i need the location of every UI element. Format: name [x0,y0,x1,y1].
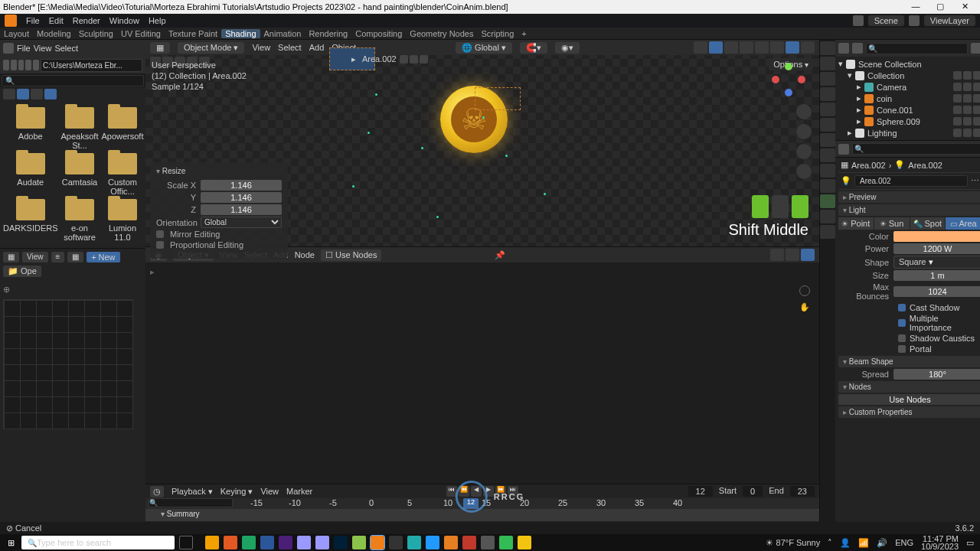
tab-scripting[interactable]: Scripting [477,29,518,38]
menu-render[interactable]: Render [68,16,105,25]
tab-animation[interactable]: Animation [260,29,305,38]
scalex-value[interactable]: 1.146 [201,180,282,191]
tab-data-icon[interactable] [820,194,835,208]
taskbar-search[interactable]: 🔍 Type here to search [21,536,175,549]
app-settings-icon[interactable] [205,536,219,549]
proportional-check[interactable]: Proportional Editing [156,240,248,249]
tab-sculpting[interactable]: Sculpting [75,29,117,38]
fb-menu-select[interactable]: Select [54,44,78,53]
size-value[interactable]: 1 m [893,270,980,281]
minimize-button[interactable]: — [906,2,925,12]
light-type-spot[interactable]: 🔦 Spot [910,217,946,230]
tab-material-icon[interactable] [820,210,835,223]
app-word-icon[interactable] [260,536,274,549]
fb-menu-file[interactable]: File [17,44,31,53]
app-explorer-icon[interactable] [389,536,403,549]
app-generic6-icon[interactable] [499,536,513,549]
current-frame[interactable]: 12 [688,486,713,497]
forward-icon[interactable] [11,60,17,70]
outliner-search[interactable] [866,43,968,54]
datablock-name[interactable]: Area.002 [854,175,968,187]
app-generic5-icon[interactable] [481,536,495,549]
img-editor-icon[interactable]: ▦ [3,252,19,262]
panel-title[interactable]: Resize [156,167,282,178]
timeline-editor-icon[interactable]: ◷ [150,486,164,497]
multimp-check[interactable] [898,319,906,327]
tab-constraint-icon[interactable] [820,179,835,193]
display-thumb-icon[interactable] [17,89,29,99]
tray-chevron-icon[interactable]: ˄ [828,538,832,548]
newfolder-icon[interactable] [33,60,39,70]
img-open-btn[interactable]: 📁 Ope [3,266,41,277]
folder-item[interactable]: Audate [3,153,58,196]
end-frame[interactable]: 23 [790,486,815,497]
weather-widget[interactable]: ☀87°F Sunny [766,538,821,548]
area-light-widget[interactable] [475,87,521,110]
image-editor-canvas[interactable] [3,299,133,429]
outliner-filter-btn[interactable] [971,43,980,54]
refresh-icon[interactable] [25,60,31,70]
app-generic7-icon[interactable] [518,536,531,549]
tl-marker[interactable]: Marker [286,487,312,496]
app-aftereffects-icon[interactable] [315,536,329,549]
snap-shader-icon[interactable] [786,249,799,261]
img-menu-more[interactable]: ≡ [51,252,65,262]
shade-matprev-icon[interactable] [770,41,784,54]
transform-orientation[interactable]: 🌐 Global ▾ [456,42,512,54]
tab-scene-icon[interactable] [820,87,835,101]
mirror-check[interactable]: Mirror Editing [156,230,224,239]
light-type-area[interactable]: ▭ Area [946,217,980,230]
light-type-sun[interactable]: ☀ Sun [874,217,910,230]
xray-icon[interactable] [724,41,738,54]
tray-volume-icon[interactable]: 🔊 [877,538,887,548]
sh-menu-node[interactable]: Node [295,250,315,259]
filter-icon[interactable] [44,89,57,99]
tab-modeling[interactable]: Modeling [33,29,75,38]
sec-beam[interactable]: Beam Shape [838,356,980,367]
gizmo-icon[interactable] [694,41,707,54]
camera-view-icon[interactable] [796,144,812,159]
sec-custom[interactable]: Custom Properties [838,406,980,418]
app-cortana-icon[interactable] [224,536,237,549]
app-generic2-icon[interactable] [407,536,421,549]
shader-node-area[interactable]: ▸ ✋ [145,262,819,484]
app-chrome-icon[interactable] [242,536,256,549]
orientation-select[interactable]: Global [201,217,282,228]
maxb-value[interactable]: 1024 [893,286,980,297]
color-value[interactable] [893,231,980,242]
folder-item[interactable]: Apowersoft [101,107,143,150]
outliner-item[interactable]: Area.002 [362,54,397,64]
props-search[interactable] [852,143,980,155]
persp-ortho-icon[interactable] [796,164,812,179]
maximize-button[interactable]: ▢ [931,2,949,12]
sec-nodes[interactable]: Nodes [838,381,980,393]
tab-shading[interactable]: Shading [221,29,260,38]
app-generic-icon[interactable] [352,536,366,549]
overlay-toggle[interactable] [770,249,784,261]
outliner-editor-icon[interactable] [838,43,849,54]
zoom-icon[interactable] [796,104,812,119]
outliner-item[interactable]: Sphere.009 [877,117,920,126]
app-premiere-icon[interactable] [297,536,311,549]
outliner-root[interactable]: Scene Collection [858,60,922,69]
caustics-check[interactable] [898,334,906,342]
outliner-item[interactable]: Camera [877,83,906,92]
tab-world-icon[interactable] [820,103,835,116]
tab-rendering[interactable]: Rendering [305,29,351,38]
app-telegram-icon[interactable] [426,536,439,549]
folder-item[interactable]: Lumion 11.0 [101,199,143,242]
backdrop-icon[interactable] [801,249,815,261]
folder-item[interactable]: e-on software [61,199,99,242]
snap-toggle[interactable]: 🧲▾ [520,42,547,54]
outliner-filter-icon[interactable] [852,43,863,54]
tab-layout[interactable]: Layout [0,29,33,38]
sec-preview[interactable]: Preview [838,191,980,203]
tl-playback[interactable]: Playback ▾ [172,487,213,497]
display-list-icon[interactable] [3,89,15,99]
tab-modifier-icon[interactable] [820,133,835,147]
use-nodes-toggle[interactable]: ☐ Use Nodes [321,249,381,261]
editor-type-3dview[interactable]: ▦ [150,42,170,54]
tab-physics-icon[interactable] [820,164,835,178]
shade-wire-icon[interactable] [740,41,753,54]
tl-keying[interactable]: Keying ▾ [220,487,253,497]
